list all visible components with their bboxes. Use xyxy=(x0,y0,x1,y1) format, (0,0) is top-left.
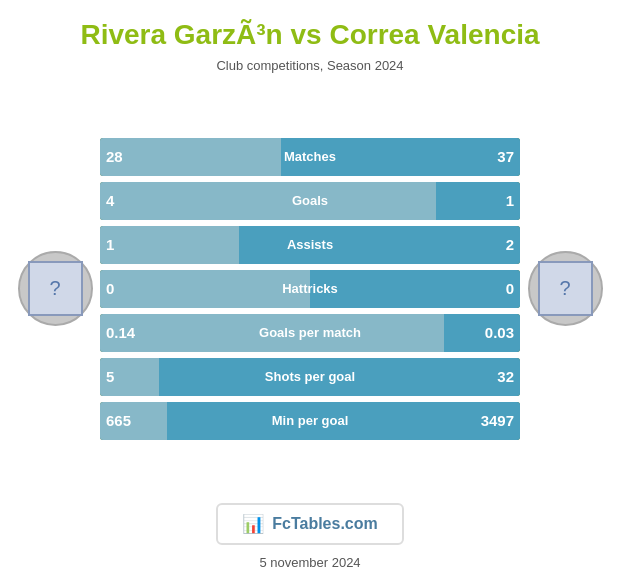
stat-right-value: 0.03 xyxy=(485,324,514,341)
stat-label: Assists xyxy=(287,237,333,252)
bar-left xyxy=(100,226,239,264)
date-footer: 5 november 2024 xyxy=(259,555,360,570)
page-wrapper: Rivera GarzÃ³n vs Correa Valencia Club c… xyxy=(0,0,620,580)
stat-right-value: 1 xyxy=(506,192,514,209)
player-right-placeholder: ? xyxy=(538,261,593,316)
stat-left-value: 0 xyxy=(106,280,114,297)
stat-left-value: 0.14 xyxy=(106,324,135,341)
subtitle: Club competitions, Season 2024 xyxy=(216,58,403,73)
brand-text: FcTables.com xyxy=(272,515,378,533)
stat-label: Shots per goal xyxy=(265,369,355,384)
player-left-photo: ? xyxy=(10,251,100,326)
comparison-area: ? 28Matches374Goals11Assists20Hattricks0… xyxy=(10,89,610,489)
stat-row: 0.14Goals per match0.03 xyxy=(100,314,520,352)
stat-label: Min per goal xyxy=(272,413,349,428)
stat-left-value: 665 xyxy=(106,412,131,429)
player-left-circle: ? xyxy=(18,251,93,326)
brand-icon: 📊 xyxy=(242,513,264,535)
stat-right-value: 2 xyxy=(506,236,514,253)
stat-row: 1Assists2 xyxy=(100,226,520,264)
player-right-photo: ? xyxy=(520,251,610,326)
stat-right-value: 37 xyxy=(497,148,514,165)
bar-left xyxy=(100,182,436,220)
stat-row: 4Goals1 xyxy=(100,182,520,220)
stat-left-value: 28 xyxy=(106,148,123,165)
brand-text-accent: Tables.com xyxy=(291,515,378,532)
stat-right-value: 3497 xyxy=(481,412,514,429)
bar-right xyxy=(239,226,520,264)
stat-row: 0Hattricks0 xyxy=(100,270,520,308)
stat-row: 28Matches37 xyxy=(100,138,520,176)
stat-left-value: 1 xyxy=(106,236,114,253)
bar-right xyxy=(310,270,520,308)
stat-left-value: 5 xyxy=(106,368,114,385)
brand-box: 📊 FcTables.com xyxy=(216,503,404,545)
bar-left xyxy=(100,270,310,308)
stat-label: Hattricks xyxy=(282,281,338,296)
stat-label: Goals xyxy=(292,193,328,208)
stats-container: 28Matches374Goals11Assists20Hattricks00.… xyxy=(100,138,520,440)
bar-left xyxy=(100,138,281,176)
stat-right-value: 32 xyxy=(497,368,514,385)
stat-label: Goals per match xyxy=(259,325,361,340)
main-title: Rivera GarzÃ³n vs Correa Valencia xyxy=(80,18,539,52)
stat-label: Matches xyxy=(284,149,336,164)
brand-text-plain: Fc xyxy=(272,515,291,532)
stat-right-value: 0 xyxy=(506,280,514,297)
player-right-circle: ? xyxy=(528,251,603,326)
stat-left-value: 4 xyxy=(106,192,114,209)
stat-row: 665Min per goal3497 xyxy=(100,402,520,440)
stat-row: 5Shots per goal32 xyxy=(100,358,520,396)
player-left-placeholder: ? xyxy=(28,261,83,316)
